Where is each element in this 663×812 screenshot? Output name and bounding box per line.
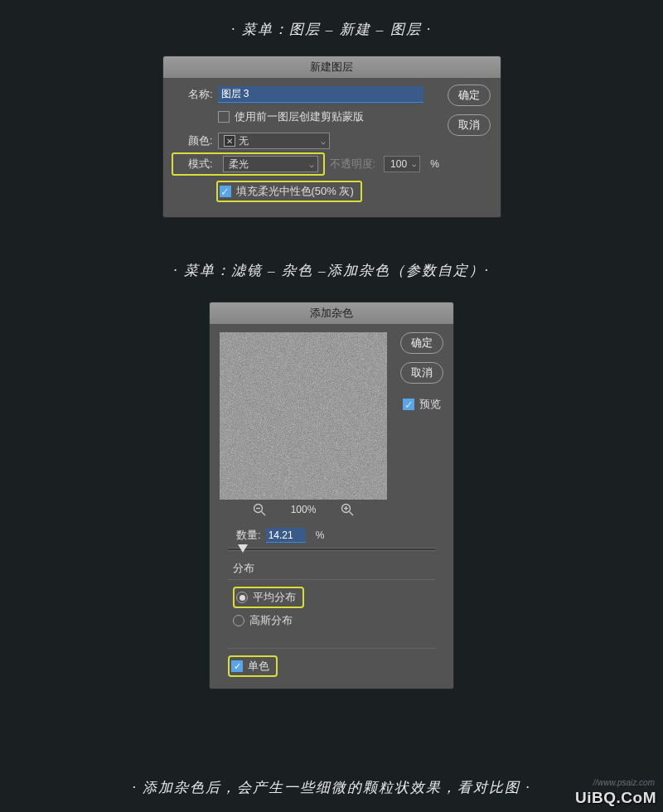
svg-line-3 <box>261 512 265 516</box>
noise-preview <box>220 332 387 500</box>
name-input[interactable]: 图层 3 <box>218 86 423 103</box>
watermark: UiBQ.CoM <box>575 789 656 807</box>
caption-3: · 添加杂色后，会产生一些细微的颗粒状效果，看对比图 · <box>0 778 663 797</box>
watermark-sub: //www.psaiz.com <box>593 778 655 787</box>
chevron-down-icon: ⌵ <box>309 160 314 169</box>
gaussian-label: 高斯分布 <box>249 613 293 628</box>
svg-line-6 <box>350 512 354 516</box>
opacity-percent: % <box>430 158 439 170</box>
fill-neutral-checkbox[interactable]: ✓ <box>220 186 231 197</box>
amount-percent: % <box>316 529 325 541</box>
uniform-label: 平均分布 <box>253 590 296 605</box>
name-label: 名称: <box>173 87 213 102</box>
dialog1-title: 新建图层 <box>163 56 501 78</box>
mode-value: 柔光 <box>229 157 249 172</box>
fill-neutral-highlight: ✓ 填充柔光中性色(50% 灰) <box>216 181 362 202</box>
chevron-down-icon: ⌵ <box>321 137 326 146</box>
fill-neutral-label: 填充柔光中性色(50% 灰) <box>236 184 354 199</box>
clip-mask-label: 使用前一图层创建剪贴蒙版 <box>235 109 364 124</box>
add-noise-dialog: 添加杂色 确定 取消 ✓ 预览 100% 数量: 14.21 % <box>209 302 454 689</box>
mono-highlight: ✓ 单色 <box>228 655 278 677</box>
preview-checkbox[interactable]: ✓ <box>403 399 414 410</box>
no-color-icon: ✕ <box>224 135 235 147</box>
caption-2: · 菜单：滤镜 – 杂色 –添加杂色（参数自定）· <box>0 261 663 280</box>
amount-input[interactable]: 14.21 <box>266 528 306 543</box>
mono-label: 单色 <box>248 659 269 674</box>
mode-select[interactable]: 柔光 ⌵ <box>223 156 318 172</box>
dialog2-title: 添加杂色 <box>210 302 453 324</box>
new-layer-dialog: 新建图层 确定 取消 名称: 图层 3 使用前一图层创建剪贴蒙版 颜色: ✕ 无… <box>162 56 501 218</box>
ok-button[interactable]: 确定 <box>448 85 491 106</box>
svg-rect-1 <box>220 332 387 500</box>
opacity-input[interactable]: 100 ⌵ <box>384 156 420 172</box>
caption-1: · 菜单：图层 – 新建 – 图层 · <box>0 20 663 39</box>
distribution-group: 平均分布 高斯分布 <box>228 579 435 640</box>
zoom-percent: 100% <box>291 504 317 515</box>
mode-label: 模式: <box>173 157 213 172</box>
distribution-label: 分布 <box>233 561 443 576</box>
cancel-button[interactable]: 取消 <box>448 114 491 136</box>
amount-slider[interactable] <box>228 548 435 551</box>
cancel-button[interactable]: 取消 <box>400 362 443 384</box>
ok-button[interactable]: 确定 <box>400 332 443 354</box>
zoom-in-icon[interactable] <box>341 503 354 516</box>
color-select[interactable]: ✕ 无 ⌵ <box>218 133 330 149</box>
preview-label: 预览 <box>419 397 441 412</box>
uniform-highlight: 平均分布 <box>233 587 304 608</box>
uniform-radio[interactable] <box>236 592 248 603</box>
clip-mask-checkbox[interactable] <box>218 111 230 123</box>
slider-thumb[interactable] <box>238 544 248 553</box>
color-value: 无 <box>239 134 249 148</box>
amount-label: 数量: <box>236 528 261 543</box>
opacity-label: 不透明度: <box>330 157 376 172</box>
zoom-out-icon[interactable] <box>253 503 266 516</box>
color-label: 颜色: <box>173 133 213 148</box>
chevron-down-icon: ⌵ <box>412 160 416 168</box>
mono-checkbox[interactable]: ✓ <box>231 660 243 672</box>
gaussian-radio[interactable] <box>233 615 244 626</box>
